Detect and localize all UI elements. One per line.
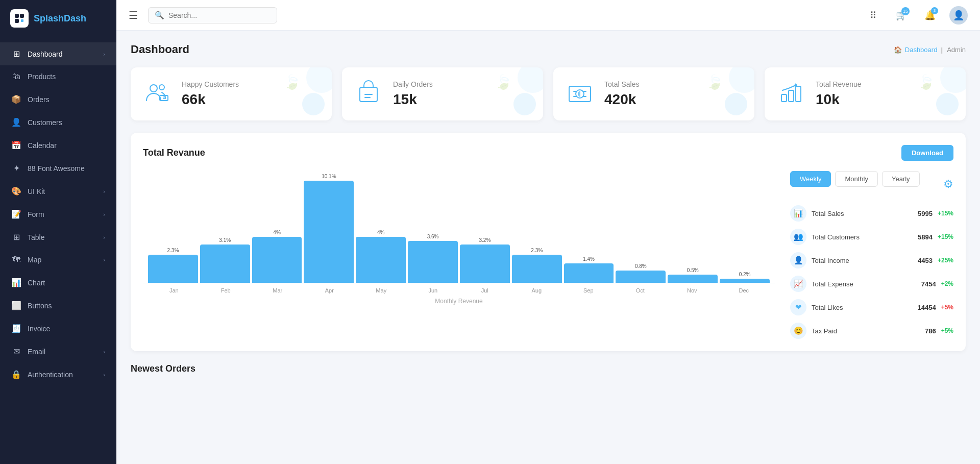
- sidebar-logo[interactable]: SplashDash: [0, 0, 116, 37]
- stats-list-icon: 📊: [790, 205, 806, 222]
- download-button[interactable]: Download: [901, 145, 953, 161]
- stats-list-left: 😊 Tax Paid: [790, 323, 837, 339]
- nav-item-left: ⊞ Table: [11, 232, 44, 242]
- chart-title: Total Revanue: [143, 148, 205, 158]
- breadcrumb-link-dashboard[interactable]: Dashboard: [905, 46, 938, 54]
- leaf-shape: 🍃: [706, 74, 724, 90]
- bar-month-Oct: Oct: [615, 287, 667, 294]
- stats-list-item-total-income: 👤 Total Income 4453 +25%: [790, 252, 953, 268]
- bar-col-May: 4%: [356, 230, 406, 283]
- period-tab-yearly[interactable]: Yearly: [882, 171, 920, 187]
- sidebar-item-map[interactable]: 🗺 Map ›: [0, 249, 116, 271]
- stats-list-value: 7454: [921, 280, 936, 288]
- nav-item-left: 📝 Form: [11, 209, 44, 219]
- bar-fill: [668, 275, 718, 283]
- topbar: ☰ 🔍 ⠿ 🛒 15 🔔 3 👤: [116, 0, 980, 31]
- breadcrumb-separator: ||: [940, 46, 944, 54]
- stats-list-icon: 👥: [790, 229, 806, 245]
- email-nav-icon: ✉: [11, 347, 21, 356]
- menu-icon[interactable]: ☰: [129, 9, 138, 21]
- sidebar-item-uikit[interactable]: 🎨 UI Kit ›: [0, 180, 116, 203]
- bar-month-Jan: Jan: [148, 287, 200, 294]
- stats-list-left: 👥 Total Customers: [790, 229, 860, 245]
- breadcrumb-row: Dashboard 🏠 Dashboard || Admin: [131, 43, 966, 56]
- bar-fill: [512, 255, 562, 283]
- stat-icon-customers: [142, 79, 173, 109]
- chart-x-label: Monthly Revenue: [143, 298, 775, 305]
- bar-month-Jul: Jul: [459, 287, 511, 294]
- bar-month-labels: JanFebMarAprMayJunJulAugSepOctNovDec: [143, 283, 775, 294]
- bar-col-Jan: 2.3%: [148, 248, 198, 283]
- sidebar-item-label: Calendar: [28, 141, 57, 150]
- stats-list-right: 14454 +5%: [917, 304, 953, 311]
- sidebar-item-buttons[interactable]: ⬜ Buttons: [0, 294, 116, 317]
- cart-badge: 15: [901, 7, 910, 15]
- leaf-shape: 🍃: [495, 74, 512, 90]
- sidebar-item-chart[interactable]: 📊 Chart: [0, 271, 116, 294]
- sidebar-item-label: Chart: [28, 279, 45, 287]
- search-box[interactable]: 🔍: [148, 7, 277, 23]
- bar-col-Dec: 0.2%: [720, 272, 770, 283]
- form-nav-icon: 📝: [11, 209, 21, 219]
- svg-rect-16: [796, 86, 801, 102]
- topbar-right: ⠿ 🛒 15 🔔 3 👤: [864, 6, 968, 25]
- bar-col-Feb: 3.1%: [200, 237, 250, 283]
- bar-pct: 0.2%: [739, 272, 751, 277]
- bell-icon-btn[interactable]: 🔔 3: [921, 6, 939, 25]
- nav-item-left: ⊞ Dashboard: [11, 49, 63, 59]
- bar-col-Aug: 2.3%: [512, 248, 562, 283]
- period-tab-weekly[interactable]: Weekly: [790, 171, 831, 187]
- bar-fill: [616, 271, 666, 283]
- sidebar-item-dashboard[interactable]: ⊞ Dashboard ›: [0, 42, 116, 65]
- period-tab-monthly[interactable]: Monthly: [835, 171, 878, 187]
- sidebar-item-authentication[interactable]: 🔒 Authentication ›: [0, 363, 116, 386]
- nav-item-left: 🎨 UI Kit: [11, 186, 45, 196]
- chart-settings-icon[interactable]: ⚙: [943, 178, 953, 191]
- bar-col-Jun: 3.6%: [408, 234, 458, 283]
- sidebar-item-products[interactable]: 🛍 Products: [0, 65, 116, 88]
- bar-fill: [720, 279, 770, 283]
- main-wrapper: ☰ 🔍 ⠿ 🛒 15 🔔 3 👤 Das: [116, 0, 980, 464]
- sidebar-item-email[interactable]: ✉ Email ›: [0, 340, 116, 363]
- stat-bg-shape: [513, 93, 536, 115]
- leaf-shape: 🍃: [283, 74, 301, 90]
- sidebar-item-table[interactable]: ⊞ Table ›: [0, 226, 116, 249]
- sidebar-item-label: Orders: [28, 95, 50, 104]
- bar-pct: 1.4%: [583, 256, 595, 262]
- sidebar-item-calendar[interactable]: 📅 Calendar: [0, 134, 116, 157]
- map-nav-icon: 🗺: [11, 255, 21, 264]
- cart-icon-btn[interactable]: 🛒 15: [892, 6, 911, 25]
- stats-list-label: Total Income: [812, 257, 849, 264]
- bar-month-Jun: Jun: [407, 287, 459, 294]
- stats-list-change: +15%: [938, 210, 953, 217]
- bar-pct: 10.1%: [322, 174, 336, 179]
- calendar-nav-icon: 📅: [11, 140, 21, 150]
- stats-list-icon: 👤: [790, 252, 806, 268]
- bar-chart: 2.3% 3.1% 4% 10.1% 4% 3.6% 3.2% 2.3% 1.4…: [143, 171, 775, 283]
- chevron-right-icon: ›: [103, 234, 105, 240]
- user-avatar[interactable]: 👤: [949, 6, 968, 25]
- stats-list-item-total-customers: 👥 Total Customers 5894 +15%: [790, 229, 953, 245]
- buttons-nav-icon: ⬜: [11, 301, 21, 310]
- chart-header: Total Revanue Download: [143, 145, 953, 161]
- topbar-left: ☰ 🔍: [129, 7, 855, 23]
- sidebar-item-label: Map: [28, 256, 41, 264]
- sidebar-item-invoice[interactable]: 🧾 Invoice: [0, 317, 116, 340]
- dashboard-nav-icon: ⊞: [11, 49, 21, 59]
- search-input[interactable]: [168, 11, 271, 19]
- settings-icon-btn[interactable]: ⠿: [864, 6, 882, 25]
- table-nav-icon: ⊞: [11, 232, 21, 242]
- bar-month-Aug: Aug: [511, 287, 563, 294]
- sidebar-item-form[interactable]: 📝 Form ›: [0, 203, 116, 226]
- sidebar-item-orders[interactable]: 📦 Orders: [0, 88, 116, 111]
- sidebar-item-customers[interactable]: 👤 Customers: [0, 111, 116, 134]
- stat-icon-sales: [565, 79, 595, 109]
- bar-pct: 0.8%: [635, 263, 647, 269]
- bar-month-Dec: Dec: [718, 287, 770, 294]
- stats-list-label: Total Customers: [812, 233, 860, 241]
- nav-item-left: 🛍 Products: [11, 72, 56, 81]
- bar-month-Apr: Apr: [304, 287, 356, 294]
- stat-value: 420k: [604, 91, 743, 108]
- sidebar-item-fontawesome[interactable]: ✦ 88 Font Awesome: [0, 157, 116, 180]
- stats-list-item-tax-paid: 😊 Tax Paid 786 +5%: [790, 323, 953, 339]
